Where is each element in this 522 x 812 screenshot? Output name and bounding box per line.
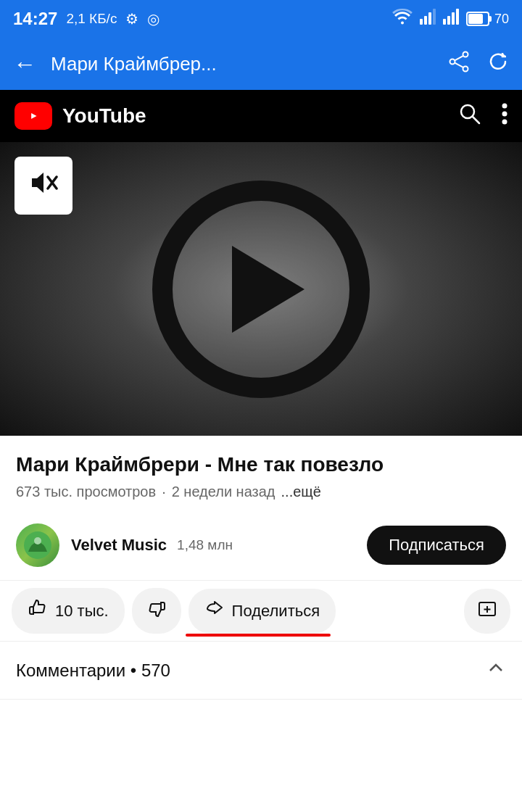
back-button[interactable]: ← [13,51,36,78]
action-row: 10 тыс. Поделиться [0,580,522,634]
comments-separator: • [130,660,141,680]
view-count: 673 тыс. просмотров [16,484,156,500]
status-left: 14:27 2,1 КБ/с ⚙ ◎ [13,9,160,29]
like-icon [28,598,48,624]
yt-header-actions [458,102,508,130]
app-bar-actions [448,51,509,78]
svg-point-13 [463,66,468,71]
more-info[interactable]: ...ещё [281,484,321,500]
svg-line-14 [455,56,463,60]
video-title: Мари Краймбрери - Мне так повезло [16,452,506,478]
svg-rect-10 [468,14,483,24]
svg-rect-7 [456,9,459,25]
svg-point-12 [450,59,455,64]
video-meta: 673 тыс. просмотров · 2 недели назад ...… [16,484,506,500]
svg-rect-2 [428,12,431,25]
share-arrow-icon [204,599,225,624]
refresh-icon[interactable] [487,51,509,78]
signal1-icon [420,9,436,29]
shazam-icon: ◎ [147,10,160,28]
share-icon[interactable] [448,51,470,78]
svg-rect-9 [489,16,492,22]
channel-subscribers: 1,48 млн [177,537,233,553]
meta-dot: · [162,484,166,500]
battery-level: 70 [494,12,509,27]
share-active-indicator [186,634,331,637]
like-count: 10 тыс. [55,602,109,621]
app-bar: ← Мари Краймбрер... [0,38,522,90]
youtube-header: YouTube [0,90,522,142]
svg-line-17 [473,117,479,123]
video-player[interactable] [0,142,522,436]
svg-rect-5 [447,16,450,25]
svg-point-19 [502,111,508,116]
video-info: Мари Краймбрери - Мне так повезло 673 ты… [0,436,522,510]
svg-point-11 [463,51,468,57]
dislike-button[interactable] [132,588,181,634]
svg-rect-0 [420,19,423,25]
svg-point-24 [34,537,41,544]
youtube-logo: YouTube [14,102,146,130]
subscribe-button[interactable]: Подписаться [367,526,506,565]
play-button[interactable] [232,246,304,333]
channel-info: Velvet Music 1,48 млн [71,536,355,555]
signal2-icon [443,9,459,29]
wifi-icon [392,9,413,29]
more-options-icon[interactable] [502,102,508,130]
like-button[interactable]: 10 тыс. [12,588,125,634]
app-bar-title: Мари Краймбрер... [51,53,434,75]
share-label: Поделиться [232,602,320,621]
svg-rect-6 [452,12,455,25]
status-bar: 14:27 2,1 КБ/с ⚙ ◎ [0,0,522,38]
mute-icon [28,167,59,205]
battery-icon: 70 [466,12,509,27]
bottom-divider [0,699,522,700]
add-playlist-button[interactable] [464,589,510,634]
status-time: 14:27 [13,9,57,29]
svg-line-15 [455,62,463,67]
comments-count: 570 [141,660,170,680]
svg-point-20 [502,119,508,124]
channel-row: Velvet Music 1,48 млн Подписаться [0,510,522,580]
channel-name[interactable]: Velvet Music [71,536,167,555]
gear-icon: ⚙ [125,10,138,28]
search-icon[interactable] [458,102,481,130]
svg-point-18 [502,103,508,108]
status-right: 70 [392,9,509,29]
youtube-text: YouTube [62,104,146,128]
status-speed: 2,1 КБ/с [66,11,117,27]
comments-label: Комментарии • 570 [16,660,170,681]
svg-rect-4 [443,19,446,25]
upload-time: 2 недели назад [172,484,276,500]
svg-rect-1 [424,16,427,25]
mute-button[interactable] [14,157,72,215]
comments-expand-icon[interactable] [486,658,506,683]
channel-avatar[interactable] [16,523,59,567]
share-button[interactable]: Поделиться [188,589,336,634]
youtube-logo-icon [14,102,52,130]
svg-rect-3 [433,9,436,25]
comments-row[interactable]: Комментарии • 570 [0,641,522,699]
